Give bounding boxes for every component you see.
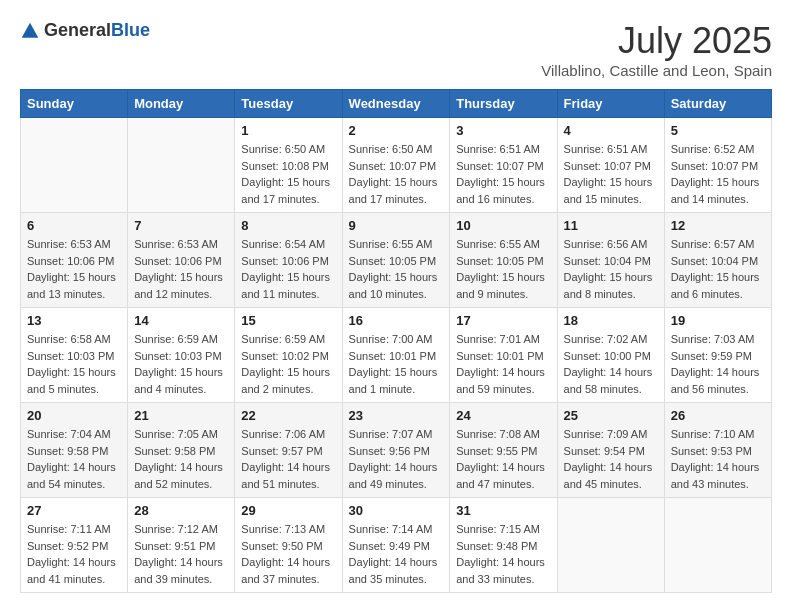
day-number: 5	[671, 123, 765, 138]
day-number: 29	[241, 503, 335, 518]
day-info: Sunrise: 7:11 AM Sunset: 9:52 PM Dayligh…	[27, 521, 121, 587]
logo-blue: Blue	[111, 20, 150, 40]
calendar-cell: 3Sunrise: 6:51 AM Sunset: 10:07 PM Dayli…	[450, 118, 557, 213]
calendar-table: SundayMondayTuesdayWednesdayThursdayFrid…	[20, 89, 772, 593]
logo-icon	[20, 21, 40, 41]
day-info: Sunrise: 7:04 AM Sunset: 9:58 PM Dayligh…	[27, 426, 121, 492]
calendar-cell: 17Sunrise: 7:01 AM Sunset: 10:01 PM Dayl…	[450, 308, 557, 403]
calendar-cell: 15Sunrise: 6:59 AM Sunset: 10:02 PM Dayl…	[235, 308, 342, 403]
day-info: Sunrise: 7:08 AM Sunset: 9:55 PM Dayligh…	[456, 426, 550, 492]
day-info: Sunrise: 6:50 AM Sunset: 10:08 PM Daylig…	[241, 141, 335, 207]
day-info: Sunrise: 6:55 AM Sunset: 10:05 PM Daylig…	[349, 236, 444, 302]
calendar-cell: 27Sunrise: 7:11 AM Sunset: 9:52 PM Dayli…	[21, 498, 128, 593]
day-number: 30	[349, 503, 444, 518]
day-info: Sunrise: 7:09 AM Sunset: 9:54 PM Dayligh…	[564, 426, 658, 492]
svg-marker-0	[22, 22, 39, 37]
calendar-cell: 14Sunrise: 6:59 AM Sunset: 10:03 PM Dayl…	[128, 308, 235, 403]
day-info: Sunrise: 6:53 AM Sunset: 10:06 PM Daylig…	[134, 236, 228, 302]
logo-text: GeneralBlue	[44, 20, 150, 41]
calendar-cell: 25Sunrise: 7:09 AM Sunset: 9:54 PM Dayli…	[557, 403, 664, 498]
day-info: Sunrise: 7:14 AM Sunset: 9:49 PM Dayligh…	[349, 521, 444, 587]
calendar-week-row: 6Sunrise: 6:53 AM Sunset: 10:06 PM Dayli…	[21, 213, 772, 308]
day-number: 25	[564, 408, 658, 423]
day-number: 12	[671, 218, 765, 233]
day-info: Sunrise: 7:05 AM Sunset: 9:58 PM Dayligh…	[134, 426, 228, 492]
calendar-cell: 5Sunrise: 6:52 AM Sunset: 10:07 PM Dayli…	[664, 118, 771, 213]
calendar-cell: 13Sunrise: 6:58 AM Sunset: 10:03 PM Dayl…	[21, 308, 128, 403]
calendar-cell: 12Sunrise: 6:57 AM Sunset: 10:04 PM Dayl…	[664, 213, 771, 308]
location-subtitle: Villablino, Castille and Leon, Spain	[541, 62, 772, 79]
calendar-cell: 2Sunrise: 6:50 AM Sunset: 10:07 PM Dayli…	[342, 118, 450, 213]
day-info: Sunrise: 6:53 AM Sunset: 10:06 PM Daylig…	[27, 236, 121, 302]
month-title: July 2025	[541, 20, 772, 62]
day-number: 1	[241, 123, 335, 138]
day-info: Sunrise: 6:56 AM Sunset: 10:04 PM Daylig…	[564, 236, 658, 302]
calendar-cell: 16Sunrise: 7:00 AM Sunset: 10:01 PM Dayl…	[342, 308, 450, 403]
calendar-cell: 22Sunrise: 7:06 AM Sunset: 9:57 PM Dayli…	[235, 403, 342, 498]
calendar-cell: 23Sunrise: 7:07 AM Sunset: 9:56 PM Dayli…	[342, 403, 450, 498]
calendar-cell: 9Sunrise: 6:55 AM Sunset: 10:05 PM Dayli…	[342, 213, 450, 308]
day-header-saturday: Saturday	[664, 90, 771, 118]
day-number: 7	[134, 218, 228, 233]
calendar-cell: 7Sunrise: 6:53 AM Sunset: 10:06 PM Dayli…	[128, 213, 235, 308]
day-number: 28	[134, 503, 228, 518]
calendar-cell	[128, 118, 235, 213]
day-number: 9	[349, 218, 444, 233]
day-info: Sunrise: 7:15 AM Sunset: 9:48 PM Dayligh…	[456, 521, 550, 587]
day-number: 24	[456, 408, 550, 423]
day-info: Sunrise: 6:51 AM Sunset: 10:07 PM Daylig…	[564, 141, 658, 207]
day-number: 3	[456, 123, 550, 138]
day-info: Sunrise: 7:10 AM Sunset: 9:53 PM Dayligh…	[671, 426, 765, 492]
calendar-cell	[664, 498, 771, 593]
logo-general: General	[44, 20, 111, 40]
title-area: July 2025 Villablino, Castille and Leon,…	[541, 20, 772, 79]
day-info: Sunrise: 7:00 AM Sunset: 10:01 PM Daylig…	[349, 331, 444, 397]
calendar-cell: 1Sunrise: 6:50 AM Sunset: 10:08 PM Dayli…	[235, 118, 342, 213]
day-header-friday: Friday	[557, 90, 664, 118]
calendar-cell: 11Sunrise: 6:56 AM Sunset: 10:04 PM Dayl…	[557, 213, 664, 308]
day-info: Sunrise: 7:06 AM Sunset: 9:57 PM Dayligh…	[241, 426, 335, 492]
calendar-cell	[557, 498, 664, 593]
calendar-cell: 8Sunrise: 6:54 AM Sunset: 10:06 PM Dayli…	[235, 213, 342, 308]
day-number: 31	[456, 503, 550, 518]
day-header-wednesday: Wednesday	[342, 90, 450, 118]
day-number: 27	[27, 503, 121, 518]
day-number: 20	[27, 408, 121, 423]
calendar-week-row: 13Sunrise: 6:58 AM Sunset: 10:03 PM Dayl…	[21, 308, 772, 403]
day-info: Sunrise: 6:54 AM Sunset: 10:06 PM Daylig…	[241, 236, 335, 302]
day-header-monday: Monday	[128, 90, 235, 118]
day-number: 6	[27, 218, 121, 233]
calendar-week-row: 27Sunrise: 7:11 AM Sunset: 9:52 PM Dayli…	[21, 498, 772, 593]
day-number: 17	[456, 313, 550, 328]
day-info: Sunrise: 6:55 AM Sunset: 10:05 PM Daylig…	[456, 236, 550, 302]
calendar-cell: 19Sunrise: 7:03 AM Sunset: 9:59 PM Dayli…	[664, 308, 771, 403]
day-info: Sunrise: 6:59 AM Sunset: 10:02 PM Daylig…	[241, 331, 335, 397]
day-number: 15	[241, 313, 335, 328]
calendar-cell: 28Sunrise: 7:12 AM Sunset: 9:51 PM Dayli…	[128, 498, 235, 593]
day-header-sunday: Sunday	[21, 90, 128, 118]
calendar-cell: 20Sunrise: 7:04 AM Sunset: 9:58 PM Dayli…	[21, 403, 128, 498]
day-info: Sunrise: 7:01 AM Sunset: 10:01 PM Daylig…	[456, 331, 550, 397]
day-info: Sunrise: 6:50 AM Sunset: 10:07 PM Daylig…	[349, 141, 444, 207]
day-number: 14	[134, 313, 228, 328]
calendar-week-row: 1Sunrise: 6:50 AM Sunset: 10:08 PM Dayli…	[21, 118, 772, 213]
day-header-tuesday: Tuesday	[235, 90, 342, 118]
calendar-cell: 10Sunrise: 6:55 AM Sunset: 10:05 PM Dayl…	[450, 213, 557, 308]
day-number: 22	[241, 408, 335, 423]
calendar-cell: 18Sunrise: 7:02 AM Sunset: 10:00 PM Dayl…	[557, 308, 664, 403]
day-number: 11	[564, 218, 658, 233]
calendar-cell: 26Sunrise: 7:10 AM Sunset: 9:53 PM Dayli…	[664, 403, 771, 498]
day-number: 4	[564, 123, 658, 138]
day-info: Sunrise: 6:57 AM Sunset: 10:04 PM Daylig…	[671, 236, 765, 302]
day-number: 16	[349, 313, 444, 328]
day-number: 21	[134, 408, 228, 423]
page-header: GeneralBlue July 2025 Villablino, Castil…	[20, 20, 772, 79]
calendar-header-row: SundayMondayTuesdayWednesdayThursdayFrid…	[21, 90, 772, 118]
day-info: Sunrise: 7:02 AM Sunset: 10:00 PM Daylig…	[564, 331, 658, 397]
calendar-cell: 29Sunrise: 7:13 AM Sunset: 9:50 PM Dayli…	[235, 498, 342, 593]
day-number: 10	[456, 218, 550, 233]
day-number: 19	[671, 313, 765, 328]
calendar-cell	[21, 118, 128, 213]
day-info: Sunrise: 7:12 AM Sunset: 9:51 PM Dayligh…	[134, 521, 228, 587]
day-number: 23	[349, 408, 444, 423]
